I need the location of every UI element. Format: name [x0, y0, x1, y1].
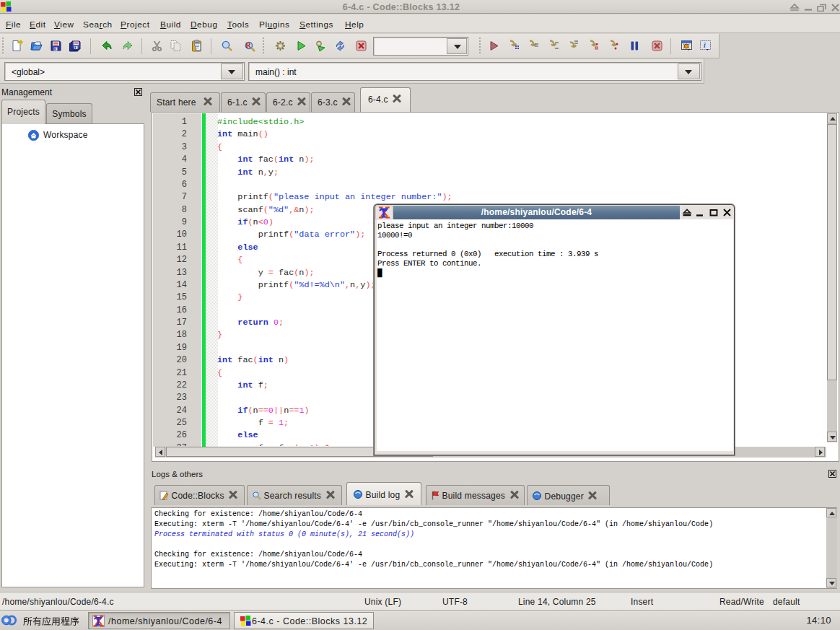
svg-text:R: R — [245, 41, 251, 49]
svg-text:i: i — [704, 41, 706, 49]
